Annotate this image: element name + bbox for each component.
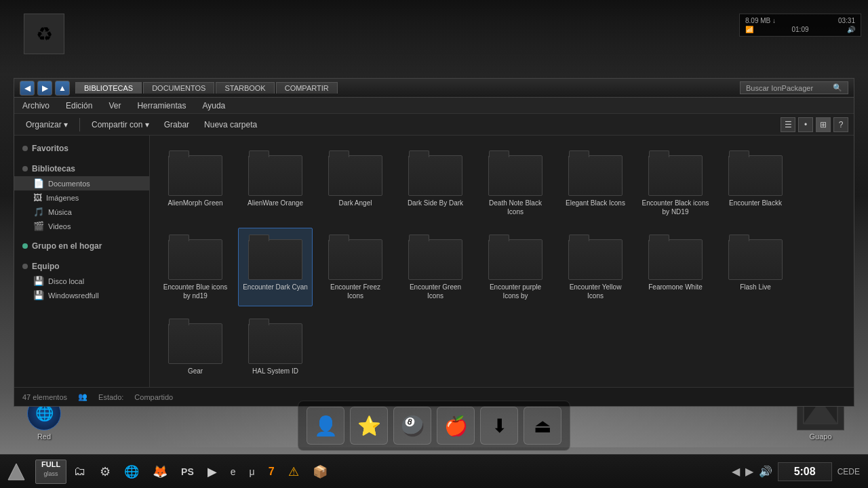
view-help-button[interactable]: ? [833,117,848,132]
menu-edicion[interactable]: Edición [63,100,95,112]
sidebar-item-musica[interactable]: 🎵 Música [14,205,149,219]
taskbar-app-glass[interactable]: FULL glass [35,460,66,484]
tray-arrow-right[interactable]: ▶ [745,465,753,478]
folder-icon [648,234,703,280]
taskbar-app-settings[interactable]: ⚙ [94,460,117,484]
dot-icon-3 [22,243,28,249]
tab-compartir[interactable]: COMPARTIR [276,82,338,94]
view-grid-button[interactable]: ⊞ [816,117,831,132]
file-item[interactable]: AlienMorph Green [158,144,233,222]
dock-item-6[interactable]: ⏏ [524,407,561,445]
sidebar-header-equipo[interactable]: Equipo [14,259,149,274]
folder-body [728,239,783,280]
image-icon: 🖼 [33,192,42,203]
folder-content [169,324,222,363]
taskbar-app-7[interactable]: 7 [262,460,281,484]
sidebar-header-grupo[interactable]: Grupo en el hogar [14,239,149,253]
new-folder-button[interactable]: Nueva carpeta [198,117,263,132]
search-box[interactable]: Buscar IonPackager 🔍 [740,81,848,94]
taskbar: FULL glass 🗂 ⚙ 🌐 🦊 PS ▶ e μ 7 ⚠ 📦 ◀ ▶ 🔊 … [0,454,868,488]
taskbar-app-play[interactable]: ▶ [201,460,223,484]
folder-icon [728,150,783,196]
file-item[interactable]: Encounter Dark Cyan [238,228,313,306]
file-item[interactable]: Encounter Blue icons by nd19 [158,228,233,306]
tray-volume[interactable]: 🔊 [759,465,772,478]
folder-tab [329,150,349,157]
dock-item-5[interactable]: ⬇ [480,407,518,445]
sidebar-item-imagenes[interactable]: 🖼 Imágenes [14,190,149,205]
menu-archivo[interactable]: Archivo [20,100,52,112]
taskbar-app-globe[interactable]: 🌐 [118,460,145,484]
tab-bibliotecas[interactable]: BIBLIOTECAS [75,82,142,94]
file-item[interactable]: Encounter Black icons by ND19 [638,144,713,222]
taskbar-app-alert[interactable]: ⚠ [282,460,305,484]
menu-ver[interactable]: Ver [106,100,123,112]
sidebar-item-disco-local[interactable]: 💾 Disco local [14,274,149,288]
sidebar-header-favoritos[interactable]: Favoritos [14,141,149,156]
file-item[interactable]: AlienWare Orange [238,144,313,222]
folder-tab [489,150,509,157]
taskbar-app-box[interactable]: 📦 [307,460,334,484]
tray-arrow-left[interactable]: ◀ [732,465,740,478]
file-item[interactable]: Dark Angel [318,144,393,222]
network-label: Red [37,432,51,441]
burn-button[interactable]: Grabar [158,117,195,132]
sidebar-item-videos[interactable]: 🎬 Videos [14,219,149,233]
dock-item-4[interactable]: 🍎 [437,407,475,445]
monitor-time: 03:31 [838,17,855,24]
file-item[interactable]: Fearomone White [638,228,713,306]
view-dot-button[interactable]: • [798,117,813,132]
taskbar-app-ie[interactable]: e [224,460,242,484]
file-item[interactable]: Death Note Black Icons [478,144,553,222]
file-item[interactable]: Encounter Yellow Icons [558,228,633,306]
desktop-recycle-bin[interactable]: ♻ [20,14,68,68]
file-item[interactable]: Encounter Blackk [718,144,793,222]
sidebar-item-windowsredfull[interactable]: 💾 Windowsredfull [14,288,149,302]
file-item[interactable]: Gear [158,312,233,382]
folder-content [249,324,302,363]
folder-tab [409,150,429,157]
dock-item-3[interactable]: 🎱 [393,407,431,445]
file-item[interactable]: Elegant Black Icons [558,144,633,222]
taskbar-app-folder[interactable]: 🗂 [68,460,92,484]
file-label: AlienMorph Green [167,199,222,207]
folder-body [648,239,703,280]
sidebar-item-documentos[interactable]: 📄 Documentos [14,176,149,190]
files-area[interactable]: AlienMorph Green AlienWare Orange Dark A… [150,136,854,387]
status-state-label: Estado: [98,393,123,401]
sidebar-header-bibliotecas[interactable]: Bibliotecas [14,161,149,176]
file-item[interactable]: Encounter purple Icons by [478,228,553,306]
tab-starbook[interactable]: STARBOOK [216,82,274,94]
folder-tab [649,150,669,157]
dock-item-1[interactable]: 👤 [307,407,344,445]
view-list-button[interactable]: ☰ [781,117,795,132]
tab-documentos[interactable]: DOCUMENTOS [143,82,214,94]
dock-item-2[interactable]: ⭐ [350,407,388,445]
folder-content [409,156,462,195]
taskbar-app-mu[interactable]: μ [243,460,261,484]
file-label: Death Note Black Icons [481,199,549,216]
start-button[interactable] [3,458,30,485]
folder-body [648,155,703,196]
folder-tab [249,150,269,157]
menu-ayuda[interactable]: Ayuda [199,100,228,112]
folder-tab [169,235,189,241]
organize-button[interactable]: Organizar ▾ [20,117,74,132]
forward-button[interactable]: ▶ [37,81,52,96]
document-icon: 📄 [33,178,44,188]
back-button[interactable]: ◀ [20,81,35,96]
file-item[interactable]: Encounter Freez Icons [318,228,393,306]
taskbar-app-ps[interactable]: PS [175,460,200,484]
share-button[interactable]: Compartir con ▾ [85,117,155,132]
file-item[interactable]: Encounter Green Icons [398,228,473,306]
up-button[interactable]: ▲ [55,81,70,96]
menu-bar: Archivo Edición Ver Herramientas Ayuda [14,98,854,114]
file-item[interactable]: Dark Side By Dark [398,144,473,222]
folder-tab [249,235,269,241]
file-item[interactable]: HAL System ID [238,312,313,382]
dot-icon [22,146,28,151]
menu-herramientas[interactable]: Herramientas [134,100,189,112]
file-item[interactable]: Flash Live [718,228,793,306]
taskbar-app-firefox[interactable]: 🦊 [146,460,174,484]
folder-icon [408,234,462,280]
